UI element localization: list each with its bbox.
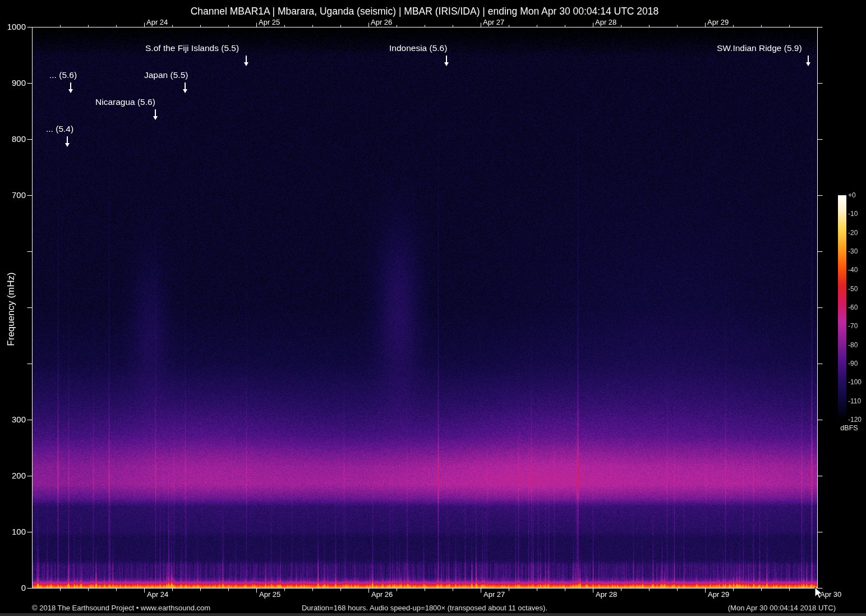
mouse-cursor-icon xyxy=(814,587,824,600)
duration-text: Duration=168 hours. Audio speed-up=1800×… xyxy=(32,604,817,612)
annotation-arrowhead-icon xyxy=(444,62,449,66)
y-tick-label: 0 xyxy=(2,583,26,592)
y-tick-label: 300 xyxy=(2,415,26,424)
annotation-label: Japan (5.5) xyxy=(144,70,188,80)
annotation-label: Nicaragua (5.6) xyxy=(95,97,155,107)
annotation-arrowhead-icon xyxy=(806,62,810,66)
timestamp-text: (Mon Apr 30 00:04:14 2018 UTC) xyxy=(728,604,836,612)
x-tick-label-top: Apr 26 xyxy=(371,18,392,26)
x-tick-label-bottom: Apr 28 xyxy=(596,590,617,599)
colorbar-tick-label: +0 xyxy=(848,191,856,199)
annotation-label: Indonesia (5.6) xyxy=(389,43,447,53)
annotation-arrowhead-icon xyxy=(68,89,73,93)
colorbar-tick-label: -40 xyxy=(848,266,858,274)
colorbar-tick-label: -60 xyxy=(848,304,858,311)
annotation-arrowhead-icon xyxy=(183,89,187,93)
y-axis-title: Frequency (mHz) xyxy=(6,253,18,365)
y-tick-label: 800 xyxy=(2,134,26,144)
annotation-arrowhead-icon xyxy=(244,62,248,66)
spectrogram-canvas xyxy=(0,0,866,616)
spectrogram-window: Channel MBAR1A | Mbarara, Uganda (seismi… xyxy=(0,0,866,616)
colorbar-tick-label: -30 xyxy=(848,247,858,255)
x-tick-label-bottom: Apr 25 xyxy=(259,590,280,599)
x-tick-label-bottom: Apr 26 xyxy=(371,590,393,599)
y-tick-label: 200 xyxy=(2,471,26,480)
x-tick-label-bottom: Apr 24 xyxy=(147,590,168,599)
x-tick-label-top: Apr 25 xyxy=(259,18,280,26)
y-tick-label: 700 xyxy=(2,190,26,200)
y-tick-label: 1000 xyxy=(2,22,26,31)
annotation-arrowhead-icon xyxy=(153,116,158,120)
x-tick-label-top: Apr 29 xyxy=(707,18,729,26)
colorbar-tick-label: -100 xyxy=(848,378,862,386)
colorbar-tick-label: -120 xyxy=(848,416,862,424)
colorbar-tick-label: -90 xyxy=(848,360,858,367)
x-tick-label-top: Apr 24 xyxy=(146,18,168,26)
annotation-label: ... (5.4) xyxy=(46,124,73,134)
y-tick-label: 900 xyxy=(2,78,26,88)
annotation-label: SW.Indian Ridge (5.9) xyxy=(717,43,802,53)
colorbar-tick-label: -50 xyxy=(848,285,858,293)
colorbar-tick-label: -20 xyxy=(848,229,858,237)
annotation-label: S.of the Fiji Islands (5.5) xyxy=(145,43,239,53)
colorbar-tick-label: -70 xyxy=(848,322,858,330)
colorbar-unit-label: dBFS xyxy=(837,424,862,432)
annotation-label: ... (5.6) xyxy=(49,70,77,80)
annotation-arrowhead-icon xyxy=(65,143,70,147)
y-tick-label: 100 xyxy=(2,527,26,536)
colorbar-tick-label: -10 xyxy=(848,210,858,218)
x-tick-label-top: Apr 28 xyxy=(595,18,616,26)
x-tick-label-top: Apr 27 xyxy=(483,18,504,26)
chart-title: Channel MBAR1A | Mbarara, Uganda (seismi… xyxy=(32,6,817,17)
x-tick-label-bottom: Apr 27 xyxy=(483,590,505,599)
window-edge-strip xyxy=(0,613,866,616)
colorbar-tick-label: -80 xyxy=(848,341,858,349)
x-tick-label-bottom: Apr 29 xyxy=(708,590,729,599)
colorbar-tick-label: -110 xyxy=(848,397,861,405)
